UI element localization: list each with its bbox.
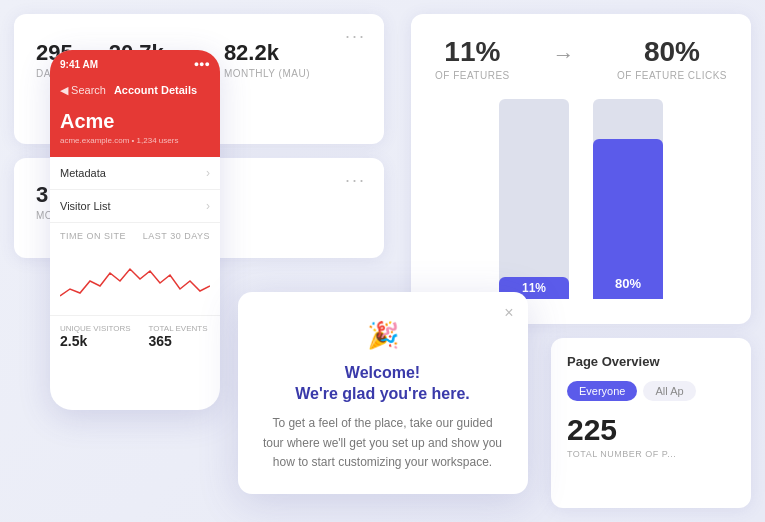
phone-time-period: LAST 30 DAYS bbox=[143, 231, 210, 241]
phone-nav-bar: ◀ Search Account Details bbox=[50, 78, 220, 102]
phone-mockup: 9:41 AM ●●● ◀ Search Account Details Acm… bbox=[50, 50, 220, 410]
page-overview-title: Page Overview bbox=[567, 354, 735, 369]
bar-col-left: 11% bbox=[499, 99, 569, 299]
phone-summary-events: TOTAL EVENTS 365 bbox=[149, 324, 208, 349]
phone-time-on-site-label: TIME ON SITE bbox=[60, 231, 126, 241]
dots-menu-mid[interactable]: ··· bbox=[345, 170, 366, 191]
stat-monthly: 82.2k MONTHLY (MAU) bbox=[224, 40, 310, 79]
tab-buttons: Everyone All Ap bbox=[567, 381, 735, 401]
bar-label-right: 80% bbox=[593, 276, 663, 291]
phone-summary-visitors-value: 2.5k bbox=[60, 333, 131, 349]
phone-status-bar: 9:41 AM ●●● bbox=[50, 50, 220, 78]
modal-body: To get a feel of the place, take our gui… bbox=[262, 414, 504, 472]
phone-nav-title: Account Details bbox=[114, 84, 197, 96]
modal-title: Welcome!We're glad you're here. bbox=[262, 363, 504, 405]
stat-monthly-label: MONTHLY (MAU) bbox=[224, 68, 310, 79]
modal-close-button[interactable]: × bbox=[504, 304, 513, 322]
overview-total-label: TOTAL NUMBER OF P... bbox=[567, 449, 735, 459]
tab-all-ap[interactable]: All Ap bbox=[643, 381, 695, 401]
chart-stat-right: 80% OF FEATURE CLICKS bbox=[617, 36, 727, 81]
chart-stat-left: 11% OF FEATURES bbox=[435, 36, 510, 81]
phone-status-icons: ●●● bbox=[194, 59, 210, 69]
bar-fill-right: 80% bbox=[593, 139, 663, 299]
chevron-right-icon: › bbox=[206, 166, 210, 180]
overview-total-number: 225 bbox=[567, 415, 735, 445]
phone-time-on-site-header: TIME ON SITE LAST 30 DAYS bbox=[50, 223, 220, 245]
phone-time: 9:41 AM bbox=[60, 59, 98, 70]
bar-wrap-right: 80% bbox=[593, 99, 663, 299]
bar-wrap-left: 11% bbox=[499, 99, 569, 299]
confetti-icon: 🎉 bbox=[262, 320, 504, 351]
stat-maa-value: 3 bbox=[36, 182, 48, 208]
phone-chart-area bbox=[50, 245, 220, 315]
tab-everyone[interactable]: Everyone bbox=[567, 381, 637, 401]
chart-right-value: 80% bbox=[644, 36, 700, 68]
chart-right-label: OF FEATURE CLICKS bbox=[617, 70, 727, 81]
welcome-modal: × 🎉 Welcome!We're glad you're here. To g… bbox=[238, 292, 528, 494]
stat-monthly-value: 82.2k bbox=[224, 40, 279, 66]
chart-header: 11% OF FEATURES → 80% OF FEATURE CLICKS bbox=[435, 36, 727, 81]
phone-back-button[interactable]: ◀ Search bbox=[60, 84, 106, 97]
chart-left-label: OF FEATURES bbox=[435, 70, 510, 81]
phone-menu-metadata-label: Metadata bbox=[60, 167, 106, 179]
bar-chart: 11% 80% bbox=[435, 99, 727, 299]
bar-col-right: 80% bbox=[593, 99, 663, 299]
chevron-right-icon-2: › bbox=[206, 199, 210, 213]
arrow-icon: → bbox=[552, 42, 574, 68]
phone-menu-visitor-label: Visitor List bbox=[60, 200, 111, 212]
bar-bg-left: 11% bbox=[499, 99, 569, 299]
phone-summary-visitors-label: UNIQUE VISITORS bbox=[60, 324, 131, 333]
phone-account-header: Acme acme.example.com • 1,234 users bbox=[50, 102, 220, 157]
bar-bg-right: 80% bbox=[593, 99, 663, 299]
phone-summary: UNIQUE VISITORS 2.5k TOTAL EVENTS 365 bbox=[50, 315, 220, 357]
phone-menu-metadata[interactable]: Metadata › bbox=[50, 157, 220, 190]
phone-summary-events-value: 365 bbox=[149, 333, 208, 349]
dots-menu[interactable]: ··· bbox=[345, 26, 366, 47]
page-overview-panel: Page Overview Everyone All Ap 225 TOTAL … bbox=[551, 338, 751, 508]
modal-title-text: Welcome!We're glad you're here. bbox=[295, 364, 469, 402]
phone-menu-visitor-list[interactable]: Visitor List › bbox=[50, 190, 220, 223]
phone-account-meta: acme.example.com • 1,234 users bbox=[60, 136, 210, 145]
phone-summary-events-label: TOTAL EVENTS bbox=[149, 324, 208, 333]
phone-account-name: Acme bbox=[60, 110, 210, 133]
chart-left-value: 11% bbox=[444, 36, 500, 68]
phone-line-chart bbox=[60, 251, 210, 311]
feature-chart-panel: 11% OF FEATURES → 80% OF FEATURE CLICKS … bbox=[411, 14, 751, 324]
phone-summary-visitors: UNIQUE VISITORS 2.5k bbox=[60, 324, 131, 349]
